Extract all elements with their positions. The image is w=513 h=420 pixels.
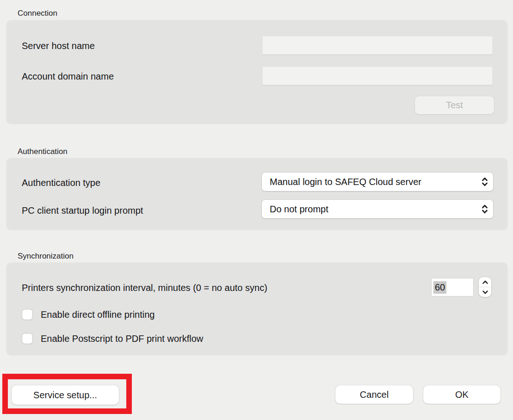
pc-client-startup-login-prompt-label: PC client startup login prompt [22,205,143,216]
enable-postscript-to-pdf-label: Enable Postscript to PDF print workflow [41,334,203,344]
test-button[interactable]: Test [415,96,494,114]
chevron-up-icon [482,278,488,286]
cancel-button[interactable]: Cancel [335,385,413,404]
synchronization-panel: Printers synchronization interval, minut… [6,263,507,355]
ok-button[interactable]: OK [423,385,501,404]
chevron-up-down-icon [481,203,488,215]
sync-interval-value: 60 [433,281,446,294]
service-setup-button[interactable]: Service setup... [12,385,119,405]
server-host-name-input[interactable] [262,36,493,55]
pc-client-startup-login-prompt-selected-value: Do not prompt [270,204,477,215]
synchronization-section-title: Synchronization [18,252,74,261]
sync-interval-input[interactable]: 60 [431,278,474,296]
enable-postscript-to-pdf-checkbox[interactable] [22,334,32,344]
authentication-section-title: Authentication [18,147,68,156]
enable-direct-offline-printing-checkbox[interactable] [22,309,32,320]
stepper-up-button[interactable] [479,277,491,287]
stepper-down-button[interactable] [479,287,491,297]
chevron-down-icon [482,288,488,296]
connection-panel: Server host name Account domain name Tes… [6,20,507,124]
authentication-panel: Authentication type Manual login to SAFE… [6,158,507,230]
authentication-type-selected-value: Manual login to SAFEQ Cloud server [270,177,477,187]
authentication-type-dropdown[interactable]: Manual login to SAFEQ Cloud server [262,173,493,191]
server-host-name-label: Server host name [22,40,95,51]
authentication-type-label: Authentication type [22,178,100,188]
sync-interval-stepper [479,277,491,297]
account-domain-name-input[interactable] [262,67,493,85]
pc-client-startup-login-prompt-dropdown[interactable]: Do not prompt [262,200,493,218]
enable-direct-offline-printing-label: Enable direct offline printing [41,309,155,320]
connection-section-title: Connection [18,9,57,18]
account-domain-name-label: Account domain name [22,71,114,82]
printers-sync-interval-label: Printers synchronization interval, minut… [22,283,267,293]
chevron-up-down-icon [481,176,488,188]
